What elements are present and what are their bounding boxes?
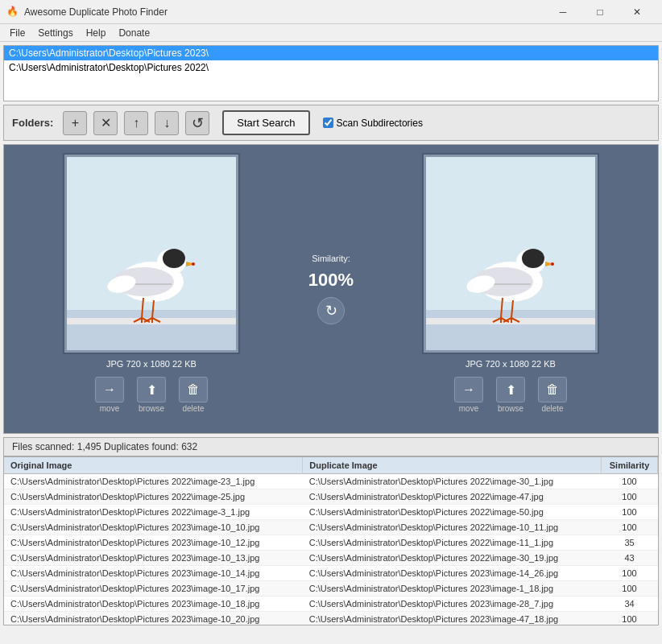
cell-duplicate: C:\Users\Administrator\Desktop\Pictures …	[303, 612, 602, 626]
cell-similarity: 100	[602, 505, 658, 520]
table-row[interactable]: C:\Users\Administrator\Desktop\Pictures …	[4, 551, 658, 566]
col-original: Original Image	[4, 457, 303, 474]
status-text: Files scanned: 1,495 Duplicates found: 6…	[12, 441, 197, 452]
cell-duplicate: C:\Users\Administrator\Desktop\Pictures …	[303, 566, 602, 581]
comparison-panel: JPG 720 x 1080 22 KB → move ⬆ browse 🗑 d…	[3, 144, 659, 434]
left-delete-label: delete	[182, 404, 204, 413]
cell-original: C:\Users\Administrator\Desktop\Pictures …	[4, 520, 303, 535]
move-down-button[interactable]: ↓	[155, 111, 179, 135]
results-body: C:\Users\Administrator\Desktop\Pictures …	[4, 474, 658, 626]
right-browse-button[interactable]: ⬆	[496, 377, 525, 402]
cell-similarity: 100	[602, 612, 658, 626]
right-image-frame[interactable]	[422, 153, 599, 354]
left-move-label: move	[100, 404, 119, 413]
cell-duplicate: C:\Users\Administrator\Desktop\Pictures …	[303, 489, 602, 505]
col-duplicate: Duplicate Image	[303, 457, 602, 474]
cell-similarity: 35	[602, 535, 658, 551]
move-up-button[interactable]: ↑	[124, 111, 148, 135]
svg-point-26	[551, 262, 554, 266]
table-row[interactable]: C:\Users\Administrator\Desktop\Pictures …	[4, 597, 658, 612]
left-browse-col: ⬆ browse	[137, 377, 166, 413]
table-row[interactable]: C:\Users\Administrator\Desktop\Pictures …	[4, 566, 658, 581]
similarity-value: 100%	[308, 270, 354, 291]
refresh-button[interactable]: ↺	[185, 111, 209, 135]
window-controls: ─ □ ✕	[544, 0, 656, 24]
toolbar: Folders: + ✕ ↑ ↓ ↺ Start Search Scan Sub…	[3, 105, 659, 141]
svg-point-24	[522, 249, 544, 268]
table-row[interactable]: C:\Users\Administrator\Desktop\Pictures …	[4, 489, 658, 505]
cell-original: C:\Users\Administrator\Desktop\Pictures …	[4, 581, 303, 597]
table-row[interactable]: C:\Users\Administrator\Desktop\Pictures …	[4, 535, 658, 551]
swap-button[interactable]: ↻	[317, 297, 345, 324]
app-title: Awesome Duplicate Photo Finder	[24, 6, 544, 18]
left-move-button[interactable]: →	[95, 377, 124, 402]
menu-donate[interactable]: Donate	[112, 26, 156, 40]
left-move-col: → move	[95, 377, 124, 413]
cell-original: C:\Users\Administrator\Desktop\Pictures …	[4, 489, 303, 505]
cell-duplicate: C:\Users\Administrator\Desktop\Pictures …	[303, 581, 602, 597]
left-image-meta: JPG 720 x 1080 22 KB	[106, 359, 197, 369]
table-row[interactable]: C:\Users\Administrator\Desktop\Pictures …	[4, 581, 658, 597]
left-image-actions: → move ⬆ browse 🗑 delete	[95, 377, 208, 413]
svg-rect-20	[426, 310, 595, 350]
svg-point-7	[192, 262, 195, 266]
title-bar: 🔥 Awesome Duplicate Photo Finder ─ □ ✕	[0, 0, 662, 24]
add-folder-button[interactable]: +	[63, 111, 87, 135]
right-delete-col: 🗑 delete	[538, 377, 567, 413]
maximize-button[interactable]: □	[581, 0, 619, 24]
cell-duplicate: C:\Users\Administrator\Desktop\Pictures …	[303, 474, 602, 489]
table-row[interactable]: C:\Users\Administrator\Desktop\Pictures …	[4, 612, 658, 626]
left-browse-label: browse	[139, 404, 164, 413]
cell-duplicate: C:\Users\Administrator\Desktop\Pictures …	[303, 551, 602, 566]
cell-original: C:\Users\Administrator\Desktop\Pictures …	[4, 474, 303, 489]
scan-subdirectories-checkbox[interactable]	[323, 118, 333, 128]
cell-original: C:\Users\Administrator\Desktop\Pictures …	[4, 612, 303, 626]
cell-original: C:\Users\Administrator\Desktop\Pictures …	[4, 535, 303, 551]
folder-item[interactable]: C:\Users\Administrator\Desktop\Pictures …	[4, 60, 658, 75]
left-image-frame[interactable]	[63, 153, 240, 354]
table-row[interactable]: C:\Users\Administrator\Desktop\Pictures …	[4, 520, 658, 535]
folder-list: C:\Users\Administrator\Desktop\Pictures …	[3, 45, 659, 101]
svg-rect-1	[67, 310, 236, 350]
table-row[interactable]: C:\Users\Administrator\Desktop\Pictures …	[4, 505, 658, 520]
right-image-actions: → move ⬆ browse 🗑 delete	[454, 377, 567, 413]
right-move-col: → move	[454, 377, 483, 413]
right-browse-label: browse	[498, 404, 523, 413]
cell-similarity: 100	[602, 566, 658, 581]
left-browse-button[interactable]: ⬆	[137, 377, 166, 402]
similarity-panel: Similarity: 100% ↻	[299, 145, 363, 433]
col-similarity: Similarity	[602, 457, 658, 474]
cell-duplicate: C:\Users\Administrator\Desktop\Pictures …	[303, 597, 602, 612]
similarity-label: Similarity:	[312, 254, 350, 263]
svg-point-5	[163, 249, 185, 268]
minimize-button[interactable]: ─	[544, 0, 581, 24]
results-table: Original Image Duplicate Image Similarit…	[4, 457, 658, 625]
cell-similarity: 34	[602, 597, 658, 612]
cell-similarity: 100	[602, 474, 658, 489]
left-delete-button[interactable]: 🗑	[179, 377, 208, 402]
right-image-side: JPG 720 x 1080 22 KB → move ⬆ browse 🗑 d…	[363, 145, 658, 433]
cell-original: C:\Users\Administrator\Desktop\Pictures …	[4, 551, 303, 566]
menu-settings[interactable]: Settings	[31, 26, 79, 40]
cell-similarity: 100	[602, 489, 658, 505]
close-button[interactable]: ✕	[619, 0, 656, 24]
results-panel[interactable]: Original Image Duplicate Image Similarit…	[3, 456, 659, 625]
remove-folder-button[interactable]: ✕	[93, 111, 118, 135]
left-delete-col: 🗑 delete	[179, 377, 208, 413]
menu-file[interactable]: File	[3, 26, 31, 40]
table-row[interactable]: C:\Users\Administrator\Desktop\Pictures …	[4, 474, 658, 489]
right-move-label: move	[459, 404, 478, 413]
menu-help[interactable]: Help	[80, 26, 113, 40]
left-image-svg	[67, 157, 236, 350]
right-image-svg	[426, 157, 595, 350]
start-search-button[interactable]: Start Search	[222, 110, 309, 135]
right-delete-button[interactable]: 🗑	[538, 377, 567, 402]
cell-original: C:\Users\Administrator\Desktop\Pictures …	[4, 597, 303, 612]
menu-bar: File Settings Help Donate	[0, 24, 662, 42]
cell-similarity: 43	[602, 551, 658, 566]
folder-item[interactable]: C:\Users\Administrator\Desktop\Pictures …	[4, 46, 658, 60]
cell-similarity: 100	[602, 581, 658, 597]
cell-original: C:\Users\Administrator\Desktop\Pictures …	[4, 505, 303, 520]
left-image-side: JPG 720 x 1080 22 KB → move ⬆ browse 🗑 d…	[4, 145, 299, 433]
right-move-button[interactable]: →	[454, 377, 483, 402]
